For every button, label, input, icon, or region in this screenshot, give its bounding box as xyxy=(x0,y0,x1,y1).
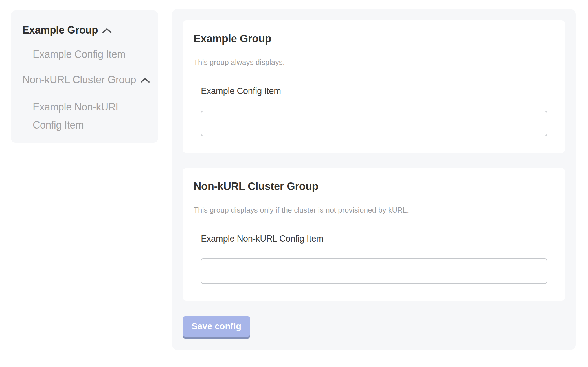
nav-group-non-kurl: Non-kURL Cluster Group Example Non-kURL … xyxy=(22,73,147,134)
config-group-card-non-kurl-cluster-group: Non-kURL Cluster Group This group displa… xyxy=(183,168,565,301)
group-description: This group always displays. xyxy=(194,58,554,67)
nav-group-example: Example Group Example Config Item xyxy=(22,24,147,61)
example-config-item-input[interactable] xyxy=(201,111,547,136)
config-group-card-example-group: Example Group This group always displays… xyxy=(183,20,565,153)
config-item-label: Example Non-kURL Config Item xyxy=(201,233,547,245)
group-title: Non-kURL Cluster Group xyxy=(194,180,554,193)
nav-item-example-non-kurl-config-item[interactable]: Example Non-kURL Config Item xyxy=(22,98,147,134)
save-config-button[interactable]: Save config xyxy=(183,316,250,337)
nav-group-toggle-non-kurl-cluster-group[interactable]: Non-kURL Cluster Group xyxy=(22,73,147,86)
group-description: This group displays only if the cluster … xyxy=(194,205,554,215)
chevron-up-icon xyxy=(140,77,150,83)
config-nav-sidebar: Example Group Example Config Item Non-kU… xyxy=(11,10,158,143)
config-item-label: Example Config Item xyxy=(201,85,547,97)
nav-group-label: Non-kURL Cluster Group xyxy=(22,73,136,86)
config-item: Example Config Item xyxy=(201,85,547,136)
nav-item-example-config-item[interactable]: Example Config Item xyxy=(22,48,147,61)
config-panel: Example Group This group always displays… xyxy=(172,9,576,350)
example-non-kurl-config-item-input[interactable] xyxy=(201,258,547,284)
nav-group-label: Example Group xyxy=(22,24,98,37)
chevron-up-icon xyxy=(102,28,112,34)
config-item: Example Non-kURL Config Item xyxy=(201,233,547,284)
nav-group-toggle-example-group[interactable]: Example Group xyxy=(22,24,147,37)
group-title: Example Group xyxy=(194,32,554,45)
